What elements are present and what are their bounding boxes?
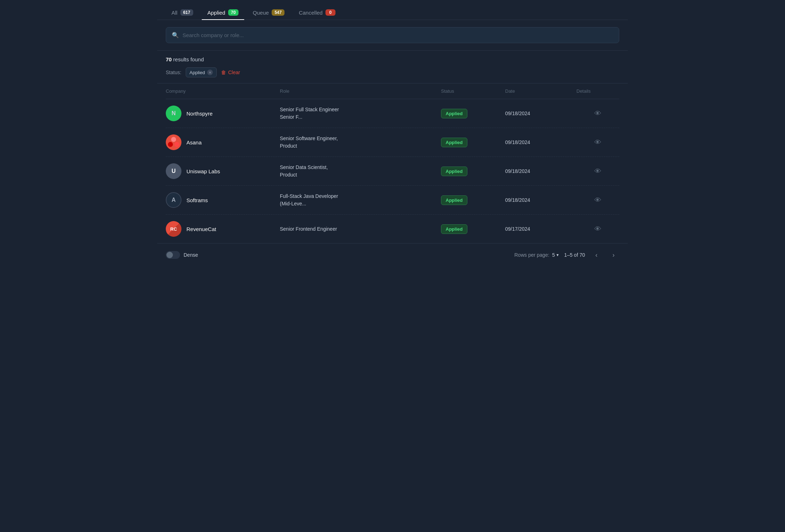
col-header-status: Status xyxy=(441,88,505,94)
rows-per-page-select[interactable]: 5 ▾ xyxy=(552,252,559,258)
search-box: 🔍 xyxy=(166,27,619,43)
clear-button[interactable]: 🗑 Clear xyxy=(221,70,240,75)
company-name-asana: Asana xyxy=(186,139,202,145)
avatar-letter: U xyxy=(171,168,176,174)
company-cell-softrams: A Softrams xyxy=(166,192,280,208)
tab-bar: All 617 Applied 70 Queue 547 Cancelled 0 xyxy=(157,0,628,20)
dense-label: Dense xyxy=(184,252,198,258)
date-uniswap: 09/18/2024 xyxy=(505,168,576,174)
company-name-revenuecat: RevenueCat xyxy=(186,226,216,232)
view-icon-uniswap[interactable]: 👁 xyxy=(594,167,601,175)
role-northspyre: Senior Full Stack Engineer Senior F... xyxy=(280,106,441,121)
results-number: 70 xyxy=(166,56,172,62)
clear-label: Clear xyxy=(228,70,240,75)
svg-point-0 xyxy=(171,137,176,142)
table-row: U Uniswap Labs Senior Data Scientist, Pr… xyxy=(166,157,619,186)
filter-tag-applied-text: Applied xyxy=(190,70,205,75)
filter-area: 70 results found Status: Applied ✕ 🗑 Cle… xyxy=(157,51,628,83)
company-cell-revenuecat: RC RevenueCat xyxy=(166,221,280,237)
table-container: Company Role Status Date Details N North… xyxy=(157,83,628,243)
trash-icon: 🗑 xyxy=(221,70,226,75)
status-asana: Applied xyxy=(441,138,505,147)
avatar-revenuecat: RC xyxy=(166,221,181,237)
tab-applied-badge: 70 xyxy=(228,9,238,16)
role-uniswap: Senior Data Scientist, Product xyxy=(280,164,441,179)
tab-queue[interactable]: Queue 547 xyxy=(247,6,290,20)
table-row: N Northspyre Senior Full Stack Engineer … xyxy=(166,99,619,128)
status-revenuecat: Applied xyxy=(441,224,505,234)
results-count: 70 results found xyxy=(166,56,619,62)
avatar-letter: RC xyxy=(170,226,177,232)
toggle-knob xyxy=(166,252,173,258)
chevron-down-icon: ▾ xyxy=(556,252,559,257)
date-asana: 09/18/2024 xyxy=(505,139,576,145)
tab-all-badge: 617 xyxy=(180,9,193,16)
details-revenuecat: 👁 xyxy=(576,225,619,233)
status-uniswap: Applied xyxy=(441,167,505,176)
dense-toggle-group: Dense xyxy=(166,251,198,259)
col-header-date: Date xyxy=(505,88,576,94)
status-badge-uniswap: Applied xyxy=(441,167,467,176)
filter-status-label: Status: xyxy=(166,70,181,75)
svg-point-2 xyxy=(174,142,179,147)
svg-point-1 xyxy=(168,142,173,147)
dense-toggle-switch[interactable] xyxy=(166,251,180,259)
company-cell-uniswap: U Uniswap Labs xyxy=(166,163,280,179)
filter-tag-close-icon[interactable]: ✕ xyxy=(207,70,213,75)
role-revenuecat: Senior Frontend Engineer xyxy=(280,225,441,233)
tab-cancelled[interactable]: Cancelled 0 xyxy=(293,6,341,20)
pagination: Rows per page: 5 ▾ 1–5 of 70 ‹ › xyxy=(514,249,619,261)
avatar-northspyre: N xyxy=(166,106,181,121)
rows-per-page-value: 5 xyxy=(552,252,555,258)
col-header-company: Company xyxy=(166,88,280,94)
tab-all[interactable]: All 617 xyxy=(166,6,199,20)
search-input[interactable] xyxy=(183,32,613,38)
col-header-details: Details xyxy=(576,88,619,94)
company-name-uniswap: Uniswap Labs xyxy=(186,168,220,174)
filter-tag-applied[interactable]: Applied ✕ xyxy=(186,67,217,77)
table-row: RC RevenueCat Senior Frontend Engineer A… xyxy=(166,215,619,243)
next-page-button[interactable]: › xyxy=(608,249,619,261)
tab-queue-badge: 547 xyxy=(272,9,284,16)
date-softrams: 09/18/2024 xyxy=(505,197,576,203)
avatar-softrams: A xyxy=(166,192,181,208)
col-header-role: Role xyxy=(280,88,441,94)
table-header: Company Role Status Date Details xyxy=(166,83,619,99)
table-row: A Softrams Full-Stack Java Developer (Mi… xyxy=(166,186,619,215)
tab-applied[interactable]: Applied 70 xyxy=(202,6,244,20)
status-softrams: Applied xyxy=(441,195,505,205)
filter-tags: Status: Applied ✕ 🗑 Clear xyxy=(166,67,619,77)
search-icon: 🔍 xyxy=(172,32,179,39)
status-badge-northspyre: Applied xyxy=(441,109,467,118)
avatar-asana xyxy=(166,134,181,150)
company-cell-northspyre: N Northspyre xyxy=(166,106,280,121)
rows-per-page-label: Rows per page: xyxy=(514,252,549,258)
footer: Dense Rows per page: 5 ▾ 1–5 of 70 ‹ › xyxy=(157,243,628,266)
view-icon-revenuecat[interactable]: 👁 xyxy=(594,225,601,233)
company-name-softrams: Softrams xyxy=(186,197,208,203)
prev-page-button[interactable]: ‹ xyxy=(591,249,602,261)
status-badge-asana: Applied xyxy=(441,138,467,147)
status-badge-revenuecat: Applied xyxy=(441,224,467,234)
view-icon-softrams[interactable]: 👁 xyxy=(594,196,601,204)
date-northspyre: 09/18/2024 xyxy=(505,111,576,116)
tab-queue-label: Queue xyxy=(253,10,269,16)
results-label: results found xyxy=(173,56,204,62)
role-softrams: Full-Stack Java Developer (Mid-Leve... xyxy=(280,193,441,208)
tab-cancelled-label: Cancelled xyxy=(299,10,323,16)
details-asana: 👁 xyxy=(576,138,619,147)
tab-all-label: All xyxy=(171,10,178,16)
status-northspyre: Applied xyxy=(441,109,505,118)
company-cell-asana: Asana xyxy=(166,134,280,150)
avatar-letter: A xyxy=(171,197,176,203)
date-revenuecat: 09/17/2024 xyxy=(505,226,576,232)
page-info: 1–5 of 70 xyxy=(564,252,585,258)
view-icon-asana[interactable]: 👁 xyxy=(594,138,601,147)
view-icon-northspyre[interactable]: 👁 xyxy=(594,109,601,118)
search-container: 🔍 xyxy=(157,20,628,51)
rows-per-page: Rows per page: 5 ▾ xyxy=(514,252,559,258)
status-badge-softrams: Applied xyxy=(441,195,467,205)
tab-cancelled-badge: 0 xyxy=(325,9,335,16)
company-name-northspyre: Northspyre xyxy=(186,111,212,117)
details-uniswap: 👁 xyxy=(576,167,619,175)
